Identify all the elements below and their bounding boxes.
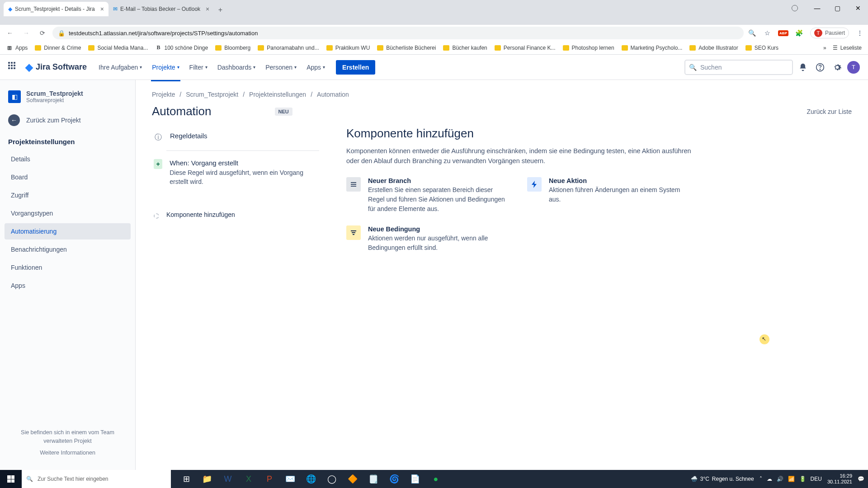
reading-list[interactable]: ☰Leseliste [830, 43, 864, 53]
zoom-icon[interactable]: 🔍 [747, 28, 756, 38]
bookmark-item[interactable]: B100 schöne Dinge [152, 43, 211, 53]
sidebar-item-details[interactable]: Details [5, 151, 131, 167]
powerpoint-icon[interactable]: P [259, 470, 279, 488]
notifications-icon[interactable] [796, 60, 810, 75]
nav-dashboards[interactable]: Dashboards▾ [214, 61, 259, 74]
extensions-icon[interactable]: 🧩 [795, 28, 804, 38]
settings-icon[interactable] [830, 60, 844, 75]
notepad-icon[interactable]: 📄 [405, 470, 425, 488]
chevron-down-icon: ▾ [323, 65, 325, 70]
weather-widget[interactable]: 🌧️ 3°C Regen u. Schnee [691, 476, 754, 482]
battery-icon[interactable]: 🔋 [799, 476, 806, 482]
sidebar-item-access[interactable]: Zugriff [5, 187, 131, 203]
nav-projects[interactable]: Projekte▾ [148, 61, 183, 74]
bookmark-item[interactable]: Adobe Illustrator [687, 43, 741, 53]
word-icon[interactable]: W [218, 470, 238, 488]
bookmark-item[interactable]: Panoramabahn und... [255, 43, 321, 53]
forward-button[interactable]: → [20, 27, 33, 39]
help-icon[interactable] [813, 60, 827, 75]
spotify-icon[interactable]: ● [426, 470, 446, 488]
bookmark-item[interactable]: Bücher kaufen [440, 43, 490, 53]
nav-your-work[interactable]: Ihre Aufgaben▾ [95, 61, 146, 74]
card-new-branch[interactable]: Neuer Branch Erstellen Sie einen separat… [346, 177, 509, 214]
sidebar-item-features[interactable]: Funktionen [5, 259, 131, 276]
breadcrumb-link[interactable]: Projekte [152, 91, 175, 98]
browser-tab[interactable]: ✉ E-Mail – Tobias Becker – Outlook × [108, 2, 214, 16]
bookmark-item[interactable]: SEO Kurs [743, 43, 781, 53]
chevron-up-icon[interactable]: ˄ [760, 476, 762, 482]
maximize-button[interactable]: ▢ [827, 1, 848, 15]
chevron-right-icon[interactable]: » [823, 45, 826, 51]
rule-trigger[interactable]: + When: Vorgang erstellt Diese Regel wir… [152, 154, 319, 192]
onedrive-icon[interactable]: ☁ [767, 476, 772, 482]
sidebar-item-apps[interactable]: Apps [5, 277, 131, 294]
app-icon[interactable]: 🗒️ [363, 470, 383, 488]
close-window-button[interactable]: ✕ [848, 1, 868, 15]
folder-icon [689, 45, 696, 51]
add-component-node[interactable]: Komponente hinzufügen [152, 206, 319, 224]
url-bar[interactable]: 🔒 testdeutsch1.atlassian.net/jira/softwa… [52, 27, 744, 39]
nav-apps[interactable]: Apps▾ [303, 61, 329, 74]
mail-icon[interactable]: ✉️ [280, 470, 300, 488]
chrome-icon[interactable]: 🌐 [301, 470, 321, 488]
back-to-list-link[interactable]: Zurück zur Liste [807, 108, 852, 115]
card-new-action[interactable]: Neue Aktion Aktionen führen Änderungen a… [527, 177, 690, 214]
close-icon[interactable]: × [206, 5, 209, 13]
minimize-button[interactable]: — [807, 1, 827, 15]
action-center-icon[interactable]: 💬 [858, 476, 864, 482]
bookmark-item[interactable]: Marketing Psycholo... [619, 43, 685, 53]
profile-paused[interactable]: T Pausiert [810, 28, 849, 38]
bookmark-item[interactable]: Dinner & Crime [32, 43, 84, 53]
kebab-menu-icon[interactable]: ⋮ [855, 28, 864, 38]
jira-logo[interactable]: ◆ Jira Software [25, 61, 87, 73]
create-button[interactable]: Erstellen [336, 60, 375, 75]
abp-extension-icon[interactable]: ABP [778, 30, 788, 36]
edge-icon[interactable]: 🌀 [384, 470, 404, 488]
bookmark-item[interactable]: Bloomberg [212, 43, 253, 53]
project-header[interactable]: ◧ Scrum_Testprojekt Softwareprojekt [4, 88, 132, 110]
bookmark-item[interactable]: Photoshop lernen [560, 43, 617, 53]
sidebar-item-issuetypes[interactable]: Vorgangstypen [5, 205, 131, 221]
clock[interactable]: 16:29 30.11.2021 [827, 473, 852, 484]
nav-filters[interactable]: Filter▾ [186, 61, 211, 74]
obs-icon[interactable]: ◯ [322, 470, 342, 488]
breadcrumb-link[interactable]: Scrum_Testprojekt [186, 91, 238, 98]
bookmark-item[interactable]: Praktikum WU [324, 43, 373, 53]
card-title: Neue Bedingung [368, 225, 509, 233]
back-button[interactable]: ← [4, 27, 16, 39]
user-avatar[interactable]: T [847, 61, 860, 74]
bookmark-apps[interactable]: ⊞Apps [4, 43, 30, 53]
volume-icon[interactable]: 🔊 [777, 476, 783, 482]
excel-icon[interactable]: X [239, 470, 259, 488]
app-icon[interactable]: 🔶 [343, 470, 363, 488]
sidebar-item-automation[interactable]: Automatisierung [5, 223, 131, 239]
explorer-icon[interactable]: 📁 [197, 470, 217, 488]
language-indicator[interactable]: DEU [811, 476, 822, 482]
card-new-condition[interactable]: Neue Bedingung Aktionen werden nur ausge… [346, 225, 509, 253]
star-icon[interactable]: ☆ [763, 28, 772, 38]
bookmark-item[interactable]: Social Media Mana... [85, 43, 151, 53]
browser-tab-active[interactable]: ◆ Scrum_Testprojekt - Details - Jira × [4, 2, 108, 16]
reload-button[interactable]: ⟳ [36, 27, 49, 39]
start-button[interactable] [0, 470, 22, 488]
nav-people[interactable]: Personen▾ [262, 61, 300, 74]
sidebar-item-notifications[interactable]: Benachrichtigungen [5, 241, 131, 258]
more-info-link[interactable]: Weitere Informationen [40, 450, 95, 456]
rule-details-button[interactable]: ⓘ Regeldetails [152, 127, 319, 148]
windows-taskbar: 🔍 Zur Suche Text hier eingeben ⊞ 📁 W X P… [0, 470, 868, 488]
account-circle-icon[interactable] [792, 5, 798, 11]
breadcrumb-link[interactable]: Projekteinstellungen [249, 91, 306, 98]
sidebar-item-board[interactable]: Board [5, 169, 131, 185]
wifi-icon[interactable]: 📶 [788, 476, 795, 482]
search-input[interactable]: 🔍 Suchen [684, 60, 793, 75]
taskbar-search[interactable]: 🔍 Zur Suche Text hier eingeben [22, 470, 171, 488]
back-to-project[interactable]: ← Zurück zum Projekt [4, 110, 132, 131]
new-tab-button[interactable]: + [214, 4, 226, 16]
close-icon[interactable]: × [100, 5, 104, 13]
bookmark-label: SEO Kurs [755, 45, 778, 51]
bookmark-item[interactable]: Bücherliste Bücherei [374, 43, 439, 53]
task-view-icon[interactable]: ⊞ [176, 470, 196, 488]
app-switcher-icon[interactable] [8, 62, 19, 73]
bookmark-item[interactable]: Personal Finance K... [492, 43, 558, 53]
bookmark-label: Social Media Mana... [97, 45, 148, 51]
